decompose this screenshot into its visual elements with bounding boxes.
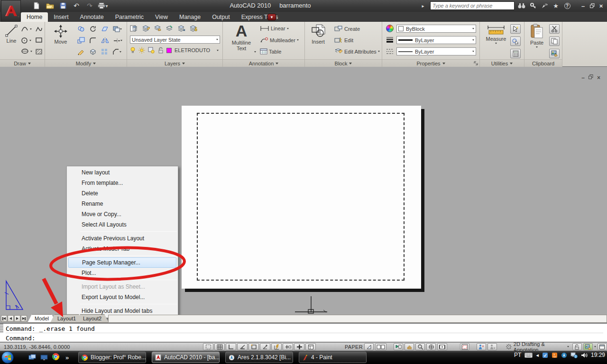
copy-clip-button[interactable] <box>549 36 560 46</box>
quick-launch-overflow-icon[interactable]: » <box>65 354 69 361</box>
linetype-dropdown[interactable]: ByLayer <box>396 47 476 55</box>
tab-nav-first-button[interactable] <box>1 315 7 322</box>
tab-nav-prev-button[interactable] <box>8 315 14 322</box>
polar-toggle-button[interactable] <box>237 343 248 350</box>
show-motion-button[interactable] <box>437 343 447 350</box>
zoom-button[interactable] <box>415 343 425 350</box>
steering-wheel-button[interactable] <box>426 343 436 350</box>
current-layer-name[interactable]: ELETRODUTO <box>175 47 210 53</box>
doc-restore-button[interactable] <box>589 74 593 81</box>
subscription-key-button[interactable] <box>529 1 537 10</box>
rotate-button[interactable] <box>89 26 97 32</box>
annotation-panel-footer[interactable]: Annotation <box>223 59 304 67</box>
menu-item-export-layout-to-model[interactable]: Export Layout to Model... <box>67 292 178 302</box>
communication-center-button[interactable] <box>540 1 549 10</box>
menu-item-page-setup-manager[interactable]: Page Setup Manager... <box>68 257 176 268</box>
line-button[interactable]: Line <box>3 25 20 44</box>
horizontal-scrollbar[interactable] <box>108 315 607 323</box>
multiline-text-button[interactable]: A Multiline Text <box>228 23 255 51</box>
search-go-icon[interactable]: ▸ <box>419 1 427 10</box>
taskbar-button-ares[interactable]: Ares 2.1.8.3042 [Bi... <box>225 352 293 363</box>
layers-panel-footer[interactable]: Layers <box>127 59 222 67</box>
menu-item-from-template[interactable]: From template... <box>67 178 178 188</box>
overlap-order-button[interactable] <box>113 26 122 32</box>
stretch-button[interactable] <box>101 26 109 32</box>
linear-dim-button[interactable]: Linear <box>260 26 289 31</box>
annotation-visibility-button[interactable] <box>477 343 486 350</box>
taskbar-button-blogger[interactable]: Blogger: Prof° Robe... <box>78 352 146 363</box>
layer-color-swatch[interactable] <box>166 48 172 53</box>
menu-item-activate-model-tab[interactable]: Activate Model Tab <box>67 244 178 254</box>
plot-button[interactable]: ▾ <box>98 1 108 10</box>
menu-item-select-all-layouts[interactable]: Select All Layouts <box>67 219 178 230</box>
tab-manage[interactable]: Manage <box>174 12 206 22</box>
mirror-button[interactable] <box>101 37 109 44</box>
array-button[interactable] <box>101 48 108 55</box>
doc-minimize-button[interactable]: – <box>581 74 585 81</box>
dynamic-ucs-toggle-button[interactable] <box>271 343 282 350</box>
menu-item-plot[interactable]: Plot... <box>67 268 178 278</box>
chrome-launch-button[interactable] <box>52 353 59 362</box>
arc-button[interactable] <box>21 26 32 32</box>
quick-properties-toggle-button[interactable] <box>305 343 316 350</box>
layer-on-bulb-icon[interactable] <box>130 47 136 54</box>
dynamic-input-toggle-button[interactable] <box>283 343 293 350</box>
measure-button[interactable]: Measure <box>484 25 508 44</box>
search-binoculars-button[interactable] <box>517 1 526 10</box>
layer-dropdown-icon[interactable] <box>217 50 219 51</box>
layer-thaw-sun-icon[interactable] <box>138 47 145 54</box>
menu-item-new-layout[interactable]: New layout <box>67 167 178 178</box>
tray-collapse-icon[interactable]: ◂ <box>536 352 539 358</box>
help-button[interactable]: ? <box>563 1 571 10</box>
scale-button[interactable] <box>77 37 85 44</box>
color-dropdown[interactable]: ByBlock <box>396 25 476 33</box>
otrack-toggle-button[interactable] <box>260 343 270 350</box>
erase-button[interactable] <box>77 48 85 55</box>
lineweight-button[interactable] <box>386 36 394 43</box>
keyboard-tray-button[interactable] <box>524 353 533 358</box>
properties-panel-footer[interactable]: Properties <box>382 59 479 67</box>
desktop-shortcut-button[interactable] <box>40 355 48 361</box>
window-restore-button[interactable] <box>588 2 596 10</box>
tab-layout2[interactable]: Layout2 <box>76 314 109 323</box>
linetype-button[interactable] <box>386 48 394 55</box>
language-indicator[interactable]: PT <box>514 352 521 358</box>
table-button[interactable]: Table <box>260 48 281 55</box>
workspace-switcher[interactable]: 2D Drafting & Annotation <box>504 343 570 350</box>
multileader-button[interactable]: Multileader <box>260 37 299 43</box>
new-file-button[interactable] <box>31 1 42 10</box>
tray-icon-java[interactable] <box>552 352 558 358</box>
show-desktop-button[interactable] <box>28 354 36 361</box>
ortho-toggle-button[interactable] <box>226 343 236 350</box>
move-button[interactable]: Move <box>51 25 71 45</box>
layer-state-dropdown[interactable]: Unsaved Layer State <box>130 36 220 44</box>
tab-view[interactable]: View <box>149 12 174 22</box>
layer-isolate-button[interactable] <box>154 25 162 32</box>
command-window-grip[interactable] <box>0 324 3 333</box>
object-color-button[interactable] <box>386 25 394 32</box>
tab-home[interactable]: Home <box>21 12 48 22</box>
tab-output[interactable]: Output <box>206 12 236 22</box>
menu-item-activate-previous-layout[interactable]: Activate Previous Layout <box>67 233 178 244</box>
redo-button[interactable]: ↷ <box>84 1 95 10</box>
maximize-viewport-button[interactable] <box>460 343 469 350</box>
layer-states-button[interactable] <box>142 25 150 32</box>
tab-parametric[interactable]: Parametric <box>110 12 149 22</box>
tray-icon-ares[interactable] <box>561 352 567 358</box>
ellipse-button[interactable] <box>21 48 32 54</box>
layer-lock-button[interactable] <box>189 25 197 32</box>
layer-properties-button[interactable] <box>130 25 138 32</box>
paste-special-button[interactable] <box>549 49 560 58</box>
quick-view-drawings-button[interactable] <box>394 343 403 350</box>
chamfer-button[interactable] <box>112 49 121 55</box>
ribbon-state-toggle-button[interactable]: ▾ <box>267 14 276 20</box>
performance-tuner-button[interactable] <box>583 343 593 350</box>
application-menu-button[interactable] <box>1 0 21 22</box>
layer-unisolate-button[interactable] <box>166 25 174 32</box>
lineweight-toggle-button[interactable] <box>294 343 304 350</box>
osnap-toggle-button[interactable] <box>248 343 259 350</box>
edit-block-button[interactable]: Edit <box>334 37 353 43</box>
layer-freeze-button[interactable] <box>177 25 185 32</box>
select-similar-button[interactable] <box>510 36 521 46</box>
properties-dialog-launcher-icon[interactable] <box>474 61 478 65</box>
